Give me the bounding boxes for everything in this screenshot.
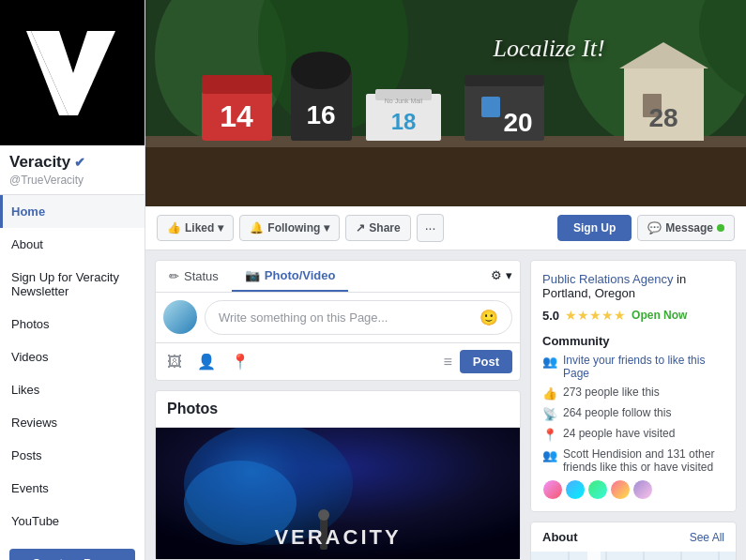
settings-icon: ⚙ bbox=[491, 268, 502, 282]
photos-grid[interactable]: VERACITY bbox=[156, 428, 520, 559]
cover-photo: 14 16 18 No Junk Mail 20 28 bbox=[145, 0, 746, 206]
see-all-link[interactable]: See All bbox=[690, 531, 724, 544]
friends-icon: 👥 bbox=[542, 448, 557, 462]
sidebar: Veracity ✔ @TrueVeracity Home About Sign… bbox=[0, 0, 145, 560]
svg-rect-11 bbox=[202, 75, 272, 94]
about-title: About bbox=[542, 530, 578, 544]
friend-avatar-5 bbox=[632, 479, 653, 500]
svg-rect-21 bbox=[464, 75, 544, 86]
share-icon: ↗ bbox=[356, 221, 365, 235]
verified-icon: ✔ bbox=[74, 155, 85, 170]
thumbs-up-icon: 👍 bbox=[542, 386, 557, 401]
map-preview[interactable] bbox=[531, 552, 736, 560]
sidebar-item-videos[interactable]: Videos bbox=[0, 341, 145, 373]
community-header: Community bbox=[542, 334, 724, 348]
pin-icon: 📍 bbox=[542, 428, 557, 442]
post-text-input[interactable]: Write something on this Page... 🙂 bbox=[205, 300, 512, 335]
sidebar-item-home[interactable]: Home bbox=[0, 195, 145, 228]
svg-text:18: 18 bbox=[391, 109, 417, 134]
svg-rect-43 bbox=[587, 552, 601, 560]
tab-photo-video[interactable]: 📷 Photo/Video bbox=[232, 261, 349, 292]
location-tool-icon[interactable]: 📍 bbox=[227, 349, 253, 374]
chevron-down-icon: ▾ bbox=[506, 268, 512, 282]
sidebar-item-likes[interactable]: Likes bbox=[0, 373, 145, 406]
post-button[interactable]: Post bbox=[460, 350, 512, 373]
chevron-down-icon: ▾ bbox=[324, 221, 329, 235]
layers-icon[interactable]: ≡ bbox=[443, 354, 451, 371]
message-icon: 💬 bbox=[647, 221, 662, 235]
svg-text:Localize It!: Localize It! bbox=[492, 35, 604, 62]
liked-button[interactable]: 👍 Liked ▾ bbox=[157, 215, 234, 241]
svg-rect-8 bbox=[145, 141, 746, 206]
post-tabs: ✏ Status 📷 Photo/Video ⚙ ▾ bbox=[156, 261, 520, 293]
page-name: Veracity ✔ bbox=[0, 145, 145, 174]
signup-button[interactable]: Sign Up bbox=[557, 215, 632, 241]
post-toolbar: 🖼 👤 📍 ≡ Post bbox=[156, 342, 520, 380]
sidebar-item-events[interactable]: Events bbox=[0, 472, 145, 505]
share-button[interactable]: ↗ Share bbox=[345, 215, 410, 241]
svg-text:20: 20 bbox=[503, 108, 532, 137]
svg-point-33 bbox=[318, 509, 329, 521]
star-rating: ★★★★★ bbox=[565, 308, 626, 323]
likes-item: 👍 273 people like this bbox=[542, 386, 724, 401]
chevron-down-icon: ▾ bbox=[218, 221, 223, 235]
content-area: ✏ Status 📷 Photo/Video ⚙ ▾ bbox=[145, 250, 746, 560]
friend-avatar-4 bbox=[610, 479, 631, 500]
sidebar-nav: Home About Sign Up for Veracity Newslett… bbox=[0, 194, 145, 537]
tag-tool-icon[interactable]: 👤 bbox=[193, 349, 220, 374]
page-type: Public Relations Agency in Portland, Ore… bbox=[542, 272, 724, 300]
photos-header: Photos bbox=[156, 391, 520, 428]
following-button[interactable]: 🔔 Following ▾ bbox=[239, 215, 340, 241]
sidebar-item-posts[interactable]: Posts bbox=[0, 439, 145, 472]
users-icon: 👥 bbox=[542, 355, 557, 369]
svg-text:16: 16 bbox=[306, 100, 335, 129]
post-options-icon[interactable]: ⚙ ▾ bbox=[483, 261, 520, 292]
sidebar-item-photos[interactable]: Photos bbox=[0, 308, 145, 341]
rss-icon: 📡 bbox=[542, 407, 557, 421]
profile-image bbox=[0, 0, 145, 145]
emoji-icon[interactable]: 🙂 bbox=[480, 309, 498, 326]
post-box: ✏ Status 📷 Photo/Video ⚙ ▾ bbox=[155, 260, 521, 381]
photo-tool-icon[interactable]: 🖼 bbox=[163, 350, 186, 374]
about-header: About See All bbox=[531, 522, 736, 552]
visited-item: 📍 24 people have visited bbox=[542, 427, 724, 442]
about-section: About See All bbox=[530, 522, 737, 560]
friend-avatar-3 bbox=[587, 479, 608, 500]
post-input-area: Write something on this Page... 🙂 bbox=[156, 293, 520, 342]
svg-point-14 bbox=[291, 52, 351, 89]
content-left: ✏ Status 📷 Photo/Video ⚙ ▾ bbox=[155, 260, 521, 560]
more-options-button[interactable]: ··· bbox=[417, 214, 445, 242]
create-page-button[interactable]: Create a Page bbox=[9, 549, 135, 560]
svg-text:14: 14 bbox=[220, 99, 253, 133]
svg-text:28: 28 bbox=[648, 103, 677, 132]
friend-avatar-2 bbox=[565, 479, 586, 500]
invite-item: 👥 Invite your friends to like this Page bbox=[542, 354, 724, 380]
message-button[interactable]: 💬 Message bbox=[637, 215, 735, 241]
friend-avatar-1 bbox=[542, 479, 563, 500]
tab-status[interactable]: ✏ Status bbox=[156, 261, 232, 292]
sidebar-item-newsletter[interactable]: Sign Up for Veracity Newsletter bbox=[0, 261, 145, 308]
invite-link[interactable]: Invite your friends to like this Page bbox=[563, 354, 724, 380]
sidebar-item-about[interactable]: About bbox=[0, 228, 145, 261]
action-bar: 👍 Liked ▾ 🔔 Following ▾ ↗ Share ··· Sign… bbox=[145, 206, 746, 250]
photos-section: Photos bbox=[155, 390, 521, 560]
svg-rect-34 bbox=[531, 552, 736, 560]
info-box: Public Relations Agency in Portland, Ore… bbox=[530, 260, 737, 512]
pencil-icon: ✏ bbox=[169, 269, 179, 283]
online-indicator bbox=[717, 224, 724, 232]
follows-item: 📡 264 people follow this bbox=[542, 406, 724, 421]
bell-icon: 🔔 bbox=[250, 221, 264, 235]
page-handle: @TrueVeracity bbox=[0, 174, 145, 194]
svg-text:No Junk Mail: No Junk Mail bbox=[385, 98, 423, 104]
photos-overlay-text: VERACITY bbox=[274, 525, 401, 550]
rating-row: 5.0 ★★★★★ Open Now bbox=[542, 304, 724, 326]
sidebar-item-youtube[interactable]: YouTube bbox=[0, 505, 145, 537]
content-right: Public Relations Agency in Portland, Ore… bbox=[530, 260, 737, 560]
friend-avatars bbox=[542, 479, 724, 500]
sidebar-item-reviews[interactable]: Reviews bbox=[0, 406, 145, 439]
open-now-badge: Open Now bbox=[632, 309, 687, 322]
friend-likes-item: 👥 Scott Hendision and 131 other friends … bbox=[542, 447, 724, 474]
main-content: 14 16 18 No Junk Mail 20 28 bbox=[145, 0, 746, 560]
svg-rect-22 bbox=[481, 97, 500, 117]
thumbs-up-icon: 👍 bbox=[167, 221, 181, 235]
